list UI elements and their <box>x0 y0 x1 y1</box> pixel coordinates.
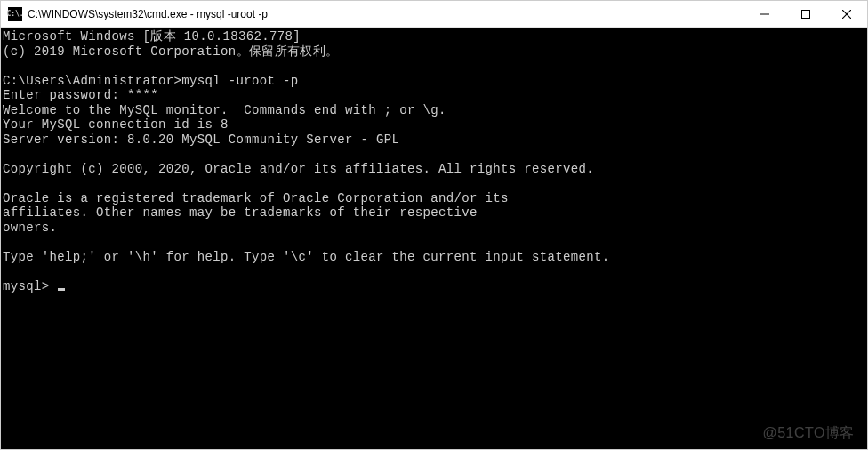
minimize-icon <box>760 10 769 19</box>
close-icon <box>842 10 851 19</box>
maximize-icon <box>801 10 810 19</box>
cursor <box>58 288 65 291</box>
watermark: @51CTO博客 <box>762 426 855 441</box>
window-title: C:\WINDOWS\system32\cmd.exe - mysql -uro… <box>28 8 744 20</box>
svg-rect-1 <box>802 10 810 18</box>
terminal-output: Microsoft Windows [版本 10.0.18362.778] (c… <box>3 29 610 264</box>
window-controls <box>744 1 867 27</box>
cmd-icon: C:\. <box>8 7 22 21</box>
mysql-prompt: mysql> <box>3 279 57 293</box>
terminal-area[interactable]: Microsoft Windows [版本 10.0.18362.778] (c… <box>1 28 867 449</box>
titlebar[interactable]: C:\. C:\WINDOWS\system32\cmd.exe - mysql… <box>1 1 867 28</box>
maximize-button[interactable] <box>785 1 826 27</box>
minimize-button[interactable] <box>744 1 785 27</box>
cmd-window: C:\. C:\WINDOWS\system32\cmd.exe - mysql… <box>0 0 868 450</box>
close-button[interactable] <box>826 1 867 27</box>
